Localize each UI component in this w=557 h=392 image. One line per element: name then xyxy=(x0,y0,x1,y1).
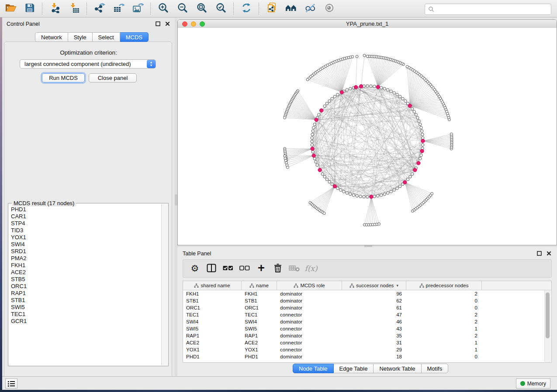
table-cell: 2 xyxy=(406,311,482,318)
mcds-result-item[interactable]: PMA2 xyxy=(11,255,161,262)
hide-selected-button[interactable] xyxy=(301,2,320,16)
column-header-name[interactable]: name xyxy=(242,281,277,290)
table-row[interactable]: ACE2ACE2connector311 xyxy=(183,339,551,346)
search-input[interactable] xyxy=(436,5,551,14)
table-toolbar: ⚙+f(x) xyxy=(183,259,552,278)
mcds-result-item[interactable]: STB1 xyxy=(11,297,161,304)
table-row[interactable]: YOX1YOX1connector291 xyxy=(183,346,551,353)
zoom-fit-button[interactable] xyxy=(192,2,211,16)
search-network-button[interactable] xyxy=(281,2,301,16)
mcds-result-scrollbar[interactable] xyxy=(161,204,168,365)
save-icon xyxy=(24,3,35,14)
table-cell: STB1 xyxy=(242,297,277,304)
gear-button[interactable]: ⚙ xyxy=(187,261,203,276)
table-scrollbar-thumb[interactable] xyxy=(546,292,550,338)
refresh-button[interactable] xyxy=(237,2,256,16)
select-all-columns-button[interactable] xyxy=(220,261,236,276)
table-row[interactable]: PHD1PHD1dominator180 xyxy=(183,353,551,360)
table-row[interactable]: RAP1RAP1dominator352 xyxy=(183,332,551,339)
unselect-all-columns-button[interactable] xyxy=(236,261,253,276)
control-panel-close-icon[interactable] xyxy=(165,21,170,27)
control-panel-tabs: NetworkStyleSelectMCDS xyxy=(35,32,149,42)
mcds-result-item[interactable]: SWI5 xyxy=(11,304,161,311)
mcds-result-item[interactable]: GCR1 xyxy=(11,318,161,325)
mcds-result-item[interactable]: YOX1 xyxy=(11,234,161,241)
table-panel-close-icon[interactable] xyxy=(546,251,552,256)
mcds-result-item[interactable]: STB5 xyxy=(11,276,161,283)
tab-network-table[interactable]: Network Table xyxy=(374,364,421,373)
optimization-select[interactable]: largest connected component (undirected)… xyxy=(20,59,156,69)
memory-button[interactable]: Memory xyxy=(516,378,550,389)
mcds-result-title: MCDS result (17 nodes) xyxy=(12,200,76,206)
mcds-result-item[interactable]: FKH1 xyxy=(11,262,161,269)
delete-column-button[interactable] xyxy=(286,261,303,276)
mcds-result-item[interactable]: TID3 xyxy=(11,227,161,234)
table-panel-float-icon[interactable] xyxy=(536,251,542,256)
open-icon xyxy=(5,3,17,14)
toolbar-separator xyxy=(233,3,234,15)
tab-mcds[interactable]: MCDS xyxy=(120,32,149,42)
window-minimize-traffic-light[interactable] xyxy=(191,21,196,27)
column-header-successor-nodes[interactable]: successor nodes▾ xyxy=(342,281,406,290)
table-header-row: shared namenameMCDS rolesuccessor nodes▾… xyxy=(183,281,551,290)
import-table-button[interactable] xyxy=(65,2,84,16)
table-cell: 2 xyxy=(406,332,482,339)
delete-column-icon xyxy=(289,264,300,274)
zoom-in-button[interactable] xyxy=(154,2,173,16)
mcds-result-item[interactable]: PHD1 xyxy=(11,206,161,213)
tab-select[interactable]: Select xyxy=(93,32,120,42)
table-row[interactable]: SWI5SWI5connector431 xyxy=(183,325,551,332)
save-button[interactable] xyxy=(20,2,39,16)
network-window-titlebar[interactable]: YPA_prune.txt_1 xyxy=(178,20,557,28)
show-hidden-button[interactable] xyxy=(320,2,339,16)
table-row[interactable]: FKH1FKH1dominator962 xyxy=(183,290,551,297)
import-network-button[interactable] xyxy=(45,2,65,16)
column-header-shared-name[interactable]: shared name xyxy=(183,281,242,290)
table-row[interactable]: SWI4SWI4dominator462 xyxy=(183,318,551,325)
table-cell: connector xyxy=(277,346,342,353)
table-cell: ACE2 xyxy=(242,339,277,346)
open-button[interactable] xyxy=(1,2,20,16)
split-columns-button[interactable] xyxy=(203,261,220,276)
tab-node-table[interactable]: Node Table xyxy=(293,364,334,373)
control-panel-float-icon[interactable] xyxy=(155,21,161,27)
mcds-result-item[interactable]: TEC1 xyxy=(11,311,161,318)
task-history-button[interactable] xyxy=(5,378,17,389)
table-cell: 62 xyxy=(342,297,406,304)
column-header-mcds-role[interactable]: MCDS role xyxy=(277,281,342,290)
mcds-result-item[interactable]: ACE2 xyxy=(11,269,161,276)
mcds-result-item[interactable]: ORC1 xyxy=(11,283,161,290)
zoom-out-button[interactable] xyxy=(173,2,192,16)
column-header-predecessor-nodes[interactable]: predecessor nodes xyxy=(406,281,482,290)
function-button[interactable]: f(x) xyxy=(303,261,319,276)
zoom-selected-button[interactable] xyxy=(211,2,231,16)
mcds-result-item[interactable]: SRD1 xyxy=(11,248,161,255)
run-mcds-button[interactable]: Run MCDS xyxy=(42,73,85,83)
tab-edge-table[interactable]: Edge Table xyxy=(334,364,374,373)
mcds-result-item[interactable]: SWI4 xyxy=(11,241,161,248)
table-row[interactable]: STB1STB1dominator620 xyxy=(183,297,551,304)
window-zoom-traffic-light[interactable] xyxy=(200,21,205,27)
tab-motifs[interactable]: Motifs xyxy=(422,364,449,373)
table-cell: ACE2 xyxy=(183,339,242,346)
table-row[interactable]: TEC1TEC1connector472 xyxy=(183,311,551,318)
status-bar: Memory xyxy=(2,376,557,390)
duplicate-network-button[interactable] xyxy=(262,2,281,16)
mcds-result-item[interactable]: RAP1 xyxy=(11,290,161,297)
mcds-result-item[interactable]: STP4 xyxy=(11,220,161,227)
delete-button[interactable] xyxy=(270,261,286,276)
table-scrollbar[interactable] xyxy=(544,290,551,362)
tab-network[interactable]: Network xyxy=(35,32,68,42)
table-row[interactable]: ORC1ORC1dominator610 xyxy=(183,304,551,311)
tab-style[interactable]: Style xyxy=(68,32,93,42)
add-button[interactable]: + xyxy=(253,261,270,276)
export-network-button[interactable] xyxy=(90,2,109,16)
mcds-result-list: PHD1CAR1STP4TID3YOX1SWI4SRD1PMA2FKH1ACE2… xyxy=(8,206,161,365)
export-table-button[interactable] xyxy=(109,2,128,16)
network-canvas[interactable] xyxy=(178,28,557,245)
mcds-result-item[interactable]: CAR1 xyxy=(11,213,161,220)
close-panel-button[interactable]: Close panel xyxy=(89,73,137,83)
zoom-selected-icon xyxy=(216,3,226,14)
export-image-button[interactable] xyxy=(128,2,148,16)
window-close-traffic-light[interactable] xyxy=(182,21,187,27)
